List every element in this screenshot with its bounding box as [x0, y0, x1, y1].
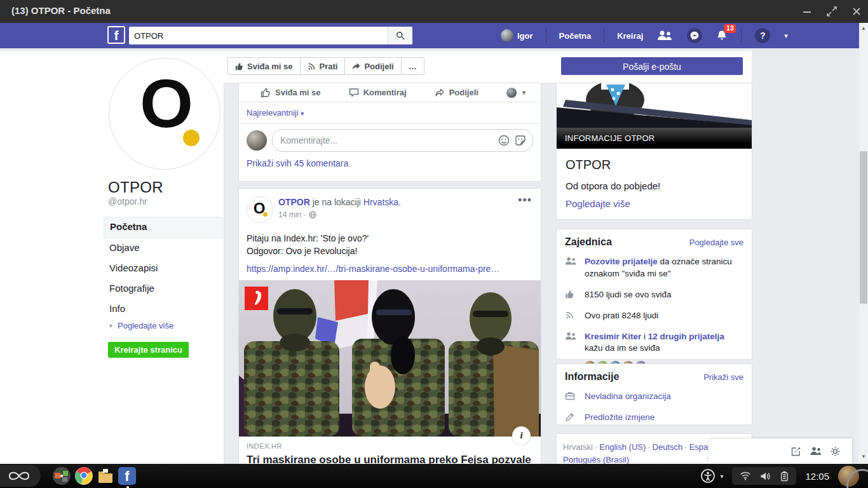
post-author-avatar[interactable]: O	[247, 196, 273, 223]
info-see-more-link[interactable]: Pogledajte više	[557, 191, 752, 209]
messenger-icon[interactable]	[687, 28, 702, 43]
sidebar-item-objave[interactable]: Objave	[104, 238, 223, 259]
comment-sort-selector[interactable]: Najrelevantniji ▾	[239, 102, 541, 124]
volume-icon	[760, 471, 771, 481]
chrome-icon[interactable]	[75, 467, 93, 485]
commenter-avatar[interactable]	[247, 130, 267, 151]
suggest-edits-row: Predložite izmjene	[557, 407, 752, 428]
scrollbar-thumb[interactable]	[860, 151, 867, 304]
sidebar-item-videozapisi[interactable]: Videozapisi	[104, 259, 223, 279]
create-page-button[interactable]: Kreirajte stranicu	[108, 342, 189, 358]
emoji-icon[interactable]	[498, 135, 510, 146]
files-icon[interactable]	[97, 467, 114, 485]
page-more-button[interactable]: …	[402, 58, 424, 74]
like-button[interactable]: Sviđa mi se	[261, 88, 321, 98]
search-icon	[396, 31, 405, 40]
link-info-button[interactable]: i	[512, 426, 531, 445]
thumb-up-icon	[235, 62, 243, 71]
user-avatar[interactable]	[501, 29, 513, 42]
clock[interactable]: 12:05	[805, 471, 829, 482]
sidebar-item-info[interactable]: Info	[104, 299, 223, 320]
comment-input-pill	[272, 129, 533, 152]
about-see-all-link[interactable]: Prikaži sve	[703, 372, 743, 382]
post-card: O OTPOR je na lokaciji Hrvatska. 14 min …	[238, 188, 541, 471]
comment-button[interactable]: Komentiraj	[349, 88, 407, 98]
scroll-down-arrow[interactable]: ▼	[859, 454, 868, 459]
nav-user-name[interactable]: Igor	[517, 31, 533, 41]
share-icon	[435, 88, 445, 98]
os-menu-button[interactable]	[0, 465, 41, 487]
account-menu-caret-icon[interactable]: ▾	[784, 32, 788, 40]
nav-create-link[interactable]: Kreiraj	[617, 31, 643, 41]
post-timestamp[interactable]: 14 min ·	[278, 210, 306, 219]
facebook-navbar: f Igor Početna Kreiraj 13 ? ▾	[0, 23, 859, 48]
page-like-button[interactable]: Sviđa mi se	[228, 58, 301, 74]
show-all-comments-link[interactable]: Prikaži svih 45 komentara	[239, 157, 541, 170]
language-link[interactable]: Português (Brasil)	[563, 455, 629, 464]
follow-rss-icon	[565, 310, 578, 322]
accessibility-icon[interactable]	[700, 468, 715, 484]
search-bar	[129, 27, 412, 44]
post-video-thumbnail[interactable]	[239, 280, 541, 437]
chevron-down-icon: ▾	[301, 110, 304, 117]
unmaximize-icon[interactable]	[826, 6, 837, 17]
friends-icon	[565, 256, 578, 280]
community-see-all-link[interactable]: Pogledajte sve	[689, 238, 743, 247]
sticker-icon[interactable]	[515, 135, 526, 146]
share-button[interactable]: Podijeli	[435, 88, 478, 98]
post-engagement-card: Sviđa mi se Komentiraj Podijeli ▼ Najrel…	[238, 83, 541, 182]
community-title: Zajednica	[565, 236, 612, 248]
post-menu-button[interactable]: •••	[518, 194, 532, 207]
minimize-icon[interactable]	[802, 6, 812, 17]
page-video-preview[interactable]	[557, 83, 752, 128]
post-location-link[interactable]: Hrvatska.	[363, 197, 401, 207]
app-center-icon[interactable]	[53, 467, 71, 485]
help-icon[interactable]: ?	[755, 28, 770, 43]
facebook-app-icon[interactable]: f	[118, 467, 136, 485]
react-as-selector[interactable]: ▼	[506, 88, 527, 98]
info-tagline: Od otpora do pobjede!	[557, 172, 752, 191]
hide-contacts-icon[interactable]	[810, 447, 822, 456]
chat-sidebar-footer	[709, 438, 852, 464]
search-button[interactable]	[388, 27, 412, 44]
briefcase-icon	[565, 391, 578, 403]
scroll-up-arrow[interactable]: ▲	[859, 25, 868, 31]
post-link[interactable]: https://amp.index.hr/…/tri-maskirane-oso…	[239, 258, 541, 280]
category-link[interactable]: Nevladina organizacija	[585, 391, 671, 403]
page-handle: @otpor.hr	[108, 196, 147, 207]
thumb-up-icon	[261, 88, 271, 98]
friend-link[interactable]: Kresimir Kiter	[585, 332, 641, 341]
avatar	[506, 88, 517, 98]
rail-see-more-link[interactable]: ▾ Pogledajte više	[109, 321, 173, 330]
friend-requests-icon[interactable]	[656, 30, 673, 41]
endless-logo-icon	[6, 469, 32, 483]
chat-settings-gear-icon[interactable]	[830, 446, 841, 457]
sidebar-item-pocetna[interactable]: Početna	[104, 217, 223, 238]
about-title: Informacije	[565, 371, 619, 383]
facebook-logo[interactable]: f	[107, 26, 125, 44]
comment-input[interactable]	[279, 135, 493, 146]
page-follow-button[interactable]: Prati	[301, 58, 346, 74]
system-tray[interactable]	[732, 467, 796, 485]
likes-row: 8150 ljudi se ovo sviđa	[557, 285, 752, 306]
page-profile-picture[interactable]: O	[109, 58, 220, 170]
sidebar-item-fotografije[interactable]: Fotografije	[104, 279, 223, 299]
page-share-button[interactable]: Podijeli	[345, 58, 401, 74]
other-friends-link[interactable]: 12 drugih prijatelja	[648, 332, 724, 341]
wifi-icon	[740, 471, 751, 480]
nav-home-link[interactable]: Početna	[559, 31, 592, 41]
language-link[interactable]: Deutsch	[653, 442, 683, 452]
chevron-down-icon[interactable]: ▾	[720, 473, 723, 480]
post-author-link[interactable]: OTPOR	[278, 197, 310, 207]
new-message-icon[interactable]	[790, 446, 801, 457]
suggest-edits-link[interactable]: Predložite izmjene	[585, 412, 654, 424]
close-icon[interactable]	[851, 6, 862, 17]
followers-count: Ovo prati 8248 ljudi	[585, 310, 658, 322]
notification-badge: 13	[724, 24, 736, 33]
send-email-button[interactable]: Pošalji e-poštu	[561, 57, 743, 75]
language-link[interactable]: English (US)	[599, 442, 646, 452]
notifications-icon[interactable]: 13	[716, 30, 728, 41]
search-input[interactable]	[129, 27, 388, 44]
invite-friends-link[interactable]: Pozovite prijatelje	[585, 257, 658, 266]
friends-icon	[565, 331, 578, 355]
